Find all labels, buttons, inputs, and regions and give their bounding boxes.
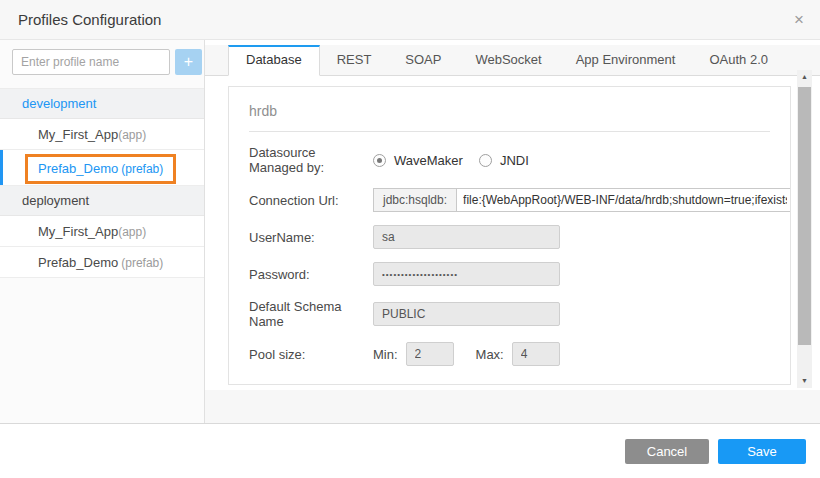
jndi-radio[interactable] — [479, 154, 492, 167]
scroll-down-icon[interactable]: ▼ — [797, 374, 812, 388]
tab-websocket[interactable]: WebSocket — [458, 45, 558, 75]
tab-soap[interactable]: SOAP — [388, 45, 458, 75]
tab-oauth[interactable]: OAuth 2.0 — [692, 45, 785, 75]
pool-max-input[interactable] — [512, 342, 560, 366]
close-icon[interactable]: × — [794, 11, 804, 28]
profiles-sidebar: + development My_First_App(app) Prefab_D… — [0, 40, 205, 423]
pool-max-label: Max: — [476, 347, 504, 362]
password-input[interactable] — [373, 262, 560, 286]
jdbc-prefix-addon: jdbc:hsqldb: — [373, 188, 457, 212]
database-config-card: hrdb Datasource Managed by: WaveMaker JN… — [228, 86, 791, 385]
sidebar-item-prefab-demo-deploy[interactable]: Prefab_Demo(prefab) — [0, 247, 204, 278]
panel-bottom-strip — [205, 390, 820, 423]
password-row: Password: — [249, 262, 770, 286]
datasource-label: Datasource Managed by: — [249, 145, 373, 175]
scrollbar-thumb[interactable] — [798, 87, 811, 345]
tab-app-environment[interactable]: App Environment — [559, 45, 693, 75]
annotation-highlight-box: Prefab_Demo(prefab) — [25, 154, 176, 184]
tab-database[interactable]: Database — [228, 45, 320, 76]
username-input[interactable] — [373, 225, 560, 249]
profile-search-row: + — [0, 40, 204, 84]
pool-size-label: Pool size: — [249, 347, 373, 362]
dialog-header: Profiles Configuration × — [0, 0, 820, 40]
scroll-up-icon[interactable]: ▲ — [797, 70, 812, 84]
section-heading-hrdb: hrdb — [249, 97, 770, 132]
sidebar-item-prefab-demo-dev[interactable]: Prefab_Demo(prefab) — [0, 150, 204, 186]
profile-name: Prefab_Demo — [38, 255, 118, 270]
sidebar-item-my-first-app-dev[interactable]: My_First_App(app) — [0, 119, 204, 150]
wavemaker-radio[interactable] — [373, 154, 386, 167]
profile-type-suffix: (app) — [118, 128, 146, 142]
schema-row: Default Schema Name — [249, 299, 770, 329]
dialog-body: + development My_First_App(app) Prefab_D… — [0, 40, 820, 423]
password-label: Password: — [249, 267, 373, 282]
profile-list: development My_First_App(app) Prefab_Dem… — [0, 88, 204, 278]
schema-label: Default Schema Name — [249, 299, 373, 329]
section-heading-data: Data — [249, 379, 770, 385]
pool-min-label: Min: — [373, 347, 398, 362]
add-profile-button[interactable]: + — [175, 49, 202, 75]
connection-url-input[interactable] — [457, 188, 791, 212]
sidebar-item-my-first-app-deploy[interactable]: My_First_App(app) — [0, 216, 204, 247]
username-label: UserName: — [249, 230, 373, 245]
main-panel: Database REST SOAP WebSocket App Environ… — [205, 40, 820, 423]
vertical-scrollbar[interactable]: ▲ ▼ — [797, 70, 812, 388]
profile-type-suffix: (prefab) — [121, 256, 163, 270]
save-button[interactable]: Save — [718, 439, 806, 464]
dialog-title: Profiles Configuration — [18, 11, 161, 28]
config-tabbar: Database REST SOAP WebSocket App Environ… — [205, 45, 820, 76]
jndi-radio-label[interactable]: JNDI — [500, 153, 529, 168]
tab-content: hrdb Datasource Managed by: WaveMaker JN… — [205, 76, 820, 390]
tab-rest[interactable]: REST — [320, 45, 389, 75]
profile-name-input[interactable] — [12, 49, 170, 75]
profile-type-suffix: (prefab) — [121, 162, 163, 176]
connection-url-group: jdbc:hsqldb: — [373, 188, 791, 212]
wavemaker-radio-label[interactable]: WaveMaker — [394, 153, 463, 168]
profile-name: My_First_App — [38, 127, 118, 142]
datasource-radio-group: WaveMaker JNDI — [373, 153, 545, 168]
pool-size-row: Pool size: Min: Max: — [249, 342, 770, 366]
profile-name: My_First_App — [38, 224, 118, 239]
dialog-footer: Cancel Save — [0, 423, 820, 478]
connection-url-label: Connection Url: — [249, 193, 373, 208]
pool-min-input[interactable] — [406, 342, 454, 366]
profiles-configuration-dialog: Profiles Configuration × + development M… — [0, 0, 820, 478]
username-row: UserName: — [249, 225, 770, 249]
profile-name: Prefab_Demo — [38, 161, 118, 176]
sidebar-group-deployment[interactable]: deployment — [0, 186, 204, 216]
sidebar-group-development[interactable]: development — [0, 89, 204, 119]
schema-input[interactable] — [373, 302, 560, 326]
cancel-button[interactable]: Cancel — [625, 439, 709, 464]
datasource-row: Datasource Managed by: WaveMaker JNDI — [249, 145, 770, 175]
connection-url-row: Connection Url: jdbc:hsqldb: — [249, 188, 770, 212]
profile-type-suffix: (app) — [118, 225, 146, 239]
